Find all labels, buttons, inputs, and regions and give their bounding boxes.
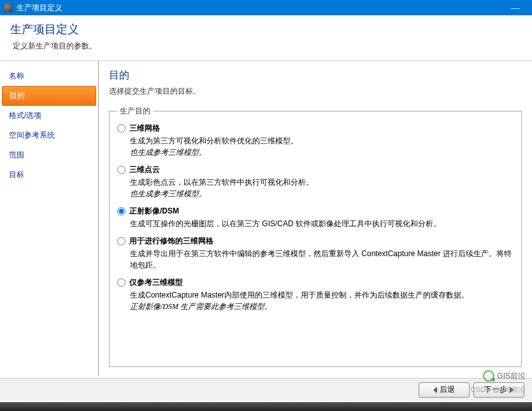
sidebar-item-name[interactable]: 名称	[0, 66, 98, 86]
wizard-header: 生产项目定义 定义新生产项目的参数。	[0, 15, 532, 61]
radio-retouch-mesh[interactable]	[117, 237, 126, 245]
wizard-main: 目的 选择提交生产项目的目标。 生产目的 三维网格 生成为第三方可视化和分析软件…	[99, 61, 532, 376]
group-legend: 生产目的	[117, 106, 153, 117]
option-note: 也生成参考三维模型。	[130, 189, 514, 199]
option-label: 用于进行修饰的三维网格	[129, 236, 213, 247]
option-desc: 生成可互操作的光栅图层，以在第三方 GIS/CAD 软件或影像处理工具中执行可视…	[130, 218, 514, 229]
option-desc: 生成为第三方可视化和分析软件优化的三维模型。	[130, 135, 514, 147]
section-title: 目的	[109, 69, 522, 82]
option-ortho-dsm: 正射影像/DSM 生成可互操作的光栅图层，以在第三方 GIS/CAD 软件或影像…	[117, 206, 514, 229]
window-title: 生产项目定义	[17, 3, 62, 13]
back-button[interactable]: 后退	[419, 382, 470, 398]
radio-ortho-dsm[interactable]	[117, 207, 126, 215]
option-desc: 生成并导出用于在第三方软件中编辑的参考三维模型，然后重新导入 ContextCa…	[130, 248, 514, 271]
option-point-cloud: 三维点云 生成彩色点云，以在第三方软件中执行可视化和分析。 也生成参考三维模型。	[117, 164, 514, 199]
option-note: 也生成参考三维模型。	[130, 147, 514, 158]
next-button[interactable]: 下一步	[473, 382, 524, 398]
app-icon	[4, 3, 13, 12]
option-retouch-mesh: 用于进行修饰的三维网格 生成并导出用于在第三方软件中编辑的参考三维模型，然后重新…	[117, 236, 514, 271]
option-label: 三维点云	[129, 164, 160, 175]
option-3d-mesh: 三维网格 生成为第三方可视化和分析软件优化的三维模型。 也生成参考三维模型。	[117, 123, 514, 158]
purpose-group: 生产目的 三维网格 生成为第三方可视化和分析软件优化的三维模型。 也生成参考三维…	[109, 106, 522, 367]
option-label: 仅参考三维模型	[129, 277, 183, 288]
radio-point-cloud[interactable]	[117, 166, 126, 174]
radio-reference-only[interactable]	[117, 278, 126, 287]
option-note: 正射影像/DSM 生产需要此参考三维模型。	[130, 301, 514, 312]
wizard-sidebar: 名称 目的 格式/选项 空间参考系统 范围 目标	[0, 61, 99, 376]
option-label: 正射影像/DSM	[129, 206, 179, 217]
sidebar-item-target[interactable]: 目标	[0, 165, 98, 185]
section-subtitle: 选择提交生产项目的目标。	[109, 86, 522, 97]
titlebar: 生产项目定义 —	[0, 0, 532, 15]
sidebar-item-purpose[interactable]: 目的	[2, 86, 96, 106]
radio-3d-mesh[interactable]	[117, 124, 126, 133]
taskbar	[0, 402, 532, 411]
option-label: 三维网格	[129, 123, 160, 134]
minimize-button[interactable]: —	[503, 0, 528, 15]
page-title: 生产项目定义	[10, 22, 522, 37]
option-desc: 生成ContextCapture Master内部使用的三维模型，用于质量控制，…	[130, 289, 514, 301]
sidebar-item-srs[interactable]: 空间参考系统	[0, 126, 98, 145]
sidebar-item-extent[interactable]: 范围	[0, 145, 98, 165]
option-reference-only: 仅参考三维模型 生成ContextCapture Master内部使用的三维模型…	[117, 277, 514, 312]
page-subtitle: 定义新生产项目的参数。	[10, 41, 522, 52]
sidebar-item-format[interactable]: 格式/选项	[0, 106, 98, 126]
option-desc: 生成彩色点云，以在第三方软件中执行可视化和分析。	[130, 177, 514, 188]
wizard-footer: 后退 下一步	[0, 378, 532, 401]
